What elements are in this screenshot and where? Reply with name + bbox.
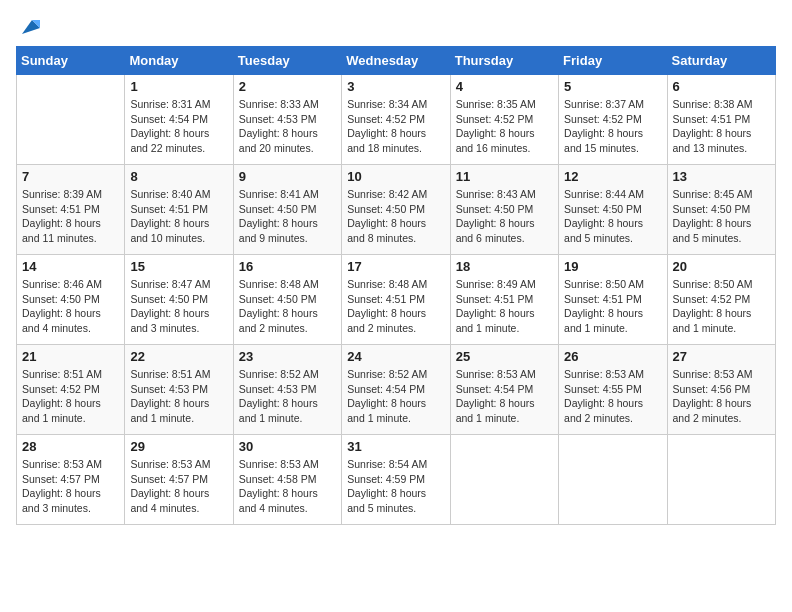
calendar-cell: 21Sunrise: 8:51 AM Sunset: 4:52 PM Dayli… [17,345,125,435]
day-detail: Sunrise: 8:39 AM Sunset: 4:51 PM Dayligh… [22,187,119,246]
day-number: 30 [239,439,336,454]
logo [16,16,40,36]
calendar-cell [450,435,558,525]
day-number: 19 [564,259,661,274]
calendar-cell: 6Sunrise: 8:38 AM Sunset: 4:51 PM Daylig… [667,75,775,165]
day-detail: Sunrise: 8:53 AM Sunset: 4:57 PM Dayligh… [22,457,119,516]
day-detail: Sunrise: 8:53 AM Sunset: 4:55 PM Dayligh… [564,367,661,426]
day-number: 20 [673,259,770,274]
week-row-5: 28Sunrise: 8:53 AM Sunset: 4:57 PM Dayli… [17,435,776,525]
day-number: 23 [239,349,336,364]
day-detail: Sunrise: 8:35 AM Sunset: 4:52 PM Dayligh… [456,97,553,156]
header-friday: Friday [559,47,667,75]
day-detail: Sunrise: 8:54 AM Sunset: 4:59 PM Dayligh… [347,457,444,516]
calendar-cell: 24Sunrise: 8:52 AM Sunset: 4:54 PM Dayli… [342,345,450,435]
calendar-cell: 19Sunrise: 8:50 AM Sunset: 4:51 PM Dayli… [559,255,667,345]
day-number: 28 [22,439,119,454]
day-detail: Sunrise: 8:48 AM Sunset: 4:51 PM Dayligh… [347,277,444,336]
day-detail: Sunrise: 8:37 AM Sunset: 4:52 PM Dayligh… [564,97,661,156]
day-number: 2 [239,79,336,94]
calendar-cell: 18Sunrise: 8:49 AM Sunset: 4:51 PM Dayli… [450,255,558,345]
calendar-cell: 5Sunrise: 8:37 AM Sunset: 4:52 PM Daylig… [559,75,667,165]
calendar-cell: 11Sunrise: 8:43 AM Sunset: 4:50 PM Dayli… [450,165,558,255]
calendar-cell: 7Sunrise: 8:39 AM Sunset: 4:51 PM Daylig… [17,165,125,255]
day-detail: Sunrise: 8:31 AM Sunset: 4:54 PM Dayligh… [130,97,227,156]
day-detail: Sunrise: 8:45 AM Sunset: 4:50 PM Dayligh… [673,187,770,246]
calendar-cell: 26Sunrise: 8:53 AM Sunset: 4:55 PM Dayli… [559,345,667,435]
day-number: 7 [22,169,119,184]
day-number: 14 [22,259,119,274]
day-number: 11 [456,169,553,184]
calendar-cell: 10Sunrise: 8:42 AM Sunset: 4:50 PM Dayli… [342,165,450,255]
day-number: 3 [347,79,444,94]
day-detail: Sunrise: 8:52 AM Sunset: 4:53 PM Dayligh… [239,367,336,426]
calendar-cell: 8Sunrise: 8:40 AM Sunset: 4:51 PM Daylig… [125,165,233,255]
day-detail: Sunrise: 8:51 AM Sunset: 4:53 PM Dayligh… [130,367,227,426]
day-detail: Sunrise: 8:51 AM Sunset: 4:52 PM Dayligh… [22,367,119,426]
calendar-cell: 27Sunrise: 8:53 AM Sunset: 4:56 PM Dayli… [667,345,775,435]
calendar-cell: 4Sunrise: 8:35 AM Sunset: 4:52 PM Daylig… [450,75,558,165]
week-row-2: 7Sunrise: 8:39 AM Sunset: 4:51 PM Daylig… [17,165,776,255]
day-number: 22 [130,349,227,364]
week-row-3: 14Sunrise: 8:46 AM Sunset: 4:50 PM Dayli… [17,255,776,345]
day-detail: Sunrise: 8:53 AM Sunset: 4:57 PM Dayligh… [130,457,227,516]
calendar-cell [559,435,667,525]
day-detail: Sunrise: 8:44 AM Sunset: 4:50 PM Dayligh… [564,187,661,246]
calendar-cell: 15Sunrise: 8:47 AM Sunset: 4:50 PM Dayli… [125,255,233,345]
calendar-cell: 12Sunrise: 8:44 AM Sunset: 4:50 PM Dayli… [559,165,667,255]
day-detail: Sunrise: 8:53 AM Sunset: 4:56 PM Dayligh… [673,367,770,426]
calendar-cell: 13Sunrise: 8:45 AM Sunset: 4:50 PM Dayli… [667,165,775,255]
calendar-cell: 20Sunrise: 8:50 AM Sunset: 4:52 PM Dayli… [667,255,775,345]
day-number: 29 [130,439,227,454]
day-number: 21 [22,349,119,364]
day-number: 13 [673,169,770,184]
day-detail: Sunrise: 8:42 AM Sunset: 4:50 PM Dayligh… [347,187,444,246]
day-number: 5 [564,79,661,94]
calendar-header-row: SundayMondayTuesdayWednesdayThursdayFrid… [17,47,776,75]
calendar-cell: 17Sunrise: 8:48 AM Sunset: 4:51 PM Dayli… [342,255,450,345]
day-number: 8 [130,169,227,184]
day-detail: Sunrise: 8:52 AM Sunset: 4:54 PM Dayligh… [347,367,444,426]
day-number: 18 [456,259,553,274]
calendar-cell: 16Sunrise: 8:48 AM Sunset: 4:50 PM Dayli… [233,255,341,345]
day-number: 26 [564,349,661,364]
day-detail: Sunrise: 8:49 AM Sunset: 4:51 PM Dayligh… [456,277,553,336]
day-number: 27 [673,349,770,364]
day-number: 17 [347,259,444,274]
day-detail: Sunrise: 8:47 AM Sunset: 4:50 PM Dayligh… [130,277,227,336]
day-detail: Sunrise: 8:33 AM Sunset: 4:53 PM Dayligh… [239,97,336,156]
day-number: 1 [130,79,227,94]
day-number: 9 [239,169,336,184]
day-number: 10 [347,169,444,184]
calendar-cell: 28Sunrise: 8:53 AM Sunset: 4:57 PM Dayli… [17,435,125,525]
calendar-table: SundayMondayTuesdayWednesdayThursdayFrid… [16,46,776,525]
day-detail: Sunrise: 8:38 AM Sunset: 4:51 PM Dayligh… [673,97,770,156]
calendar-cell: 31Sunrise: 8:54 AM Sunset: 4:59 PM Dayli… [342,435,450,525]
day-number: 4 [456,79,553,94]
day-detail: Sunrise: 8:53 AM Sunset: 4:54 PM Dayligh… [456,367,553,426]
day-detail: Sunrise: 8:53 AM Sunset: 4:58 PM Dayligh… [239,457,336,516]
calendar-cell: 23Sunrise: 8:52 AM Sunset: 4:53 PM Dayli… [233,345,341,435]
header-monday: Monday [125,47,233,75]
header-saturday: Saturday [667,47,775,75]
day-number: 16 [239,259,336,274]
day-detail: Sunrise: 8:43 AM Sunset: 4:50 PM Dayligh… [456,187,553,246]
day-detail: Sunrise: 8:40 AM Sunset: 4:51 PM Dayligh… [130,187,227,246]
calendar-cell: 1Sunrise: 8:31 AM Sunset: 4:54 PM Daylig… [125,75,233,165]
calendar-cell: 2Sunrise: 8:33 AM Sunset: 4:53 PM Daylig… [233,75,341,165]
header-tuesday: Tuesday [233,47,341,75]
calendar-cell: 30Sunrise: 8:53 AM Sunset: 4:58 PM Dayli… [233,435,341,525]
day-number: 15 [130,259,227,274]
day-number: 24 [347,349,444,364]
calendar-cell: 22Sunrise: 8:51 AM Sunset: 4:53 PM Dayli… [125,345,233,435]
day-detail: Sunrise: 8:50 AM Sunset: 4:52 PM Dayligh… [673,277,770,336]
day-detail: Sunrise: 8:48 AM Sunset: 4:50 PM Dayligh… [239,277,336,336]
calendar-cell [667,435,775,525]
calendar-cell: 25Sunrise: 8:53 AM Sunset: 4:54 PM Dayli… [450,345,558,435]
calendar-cell: 29Sunrise: 8:53 AM Sunset: 4:57 PM Dayli… [125,435,233,525]
day-number: 25 [456,349,553,364]
calendar-cell [17,75,125,165]
logo-icon [18,16,40,38]
header-wednesday: Wednesday [342,47,450,75]
week-row-4: 21Sunrise: 8:51 AM Sunset: 4:52 PM Dayli… [17,345,776,435]
